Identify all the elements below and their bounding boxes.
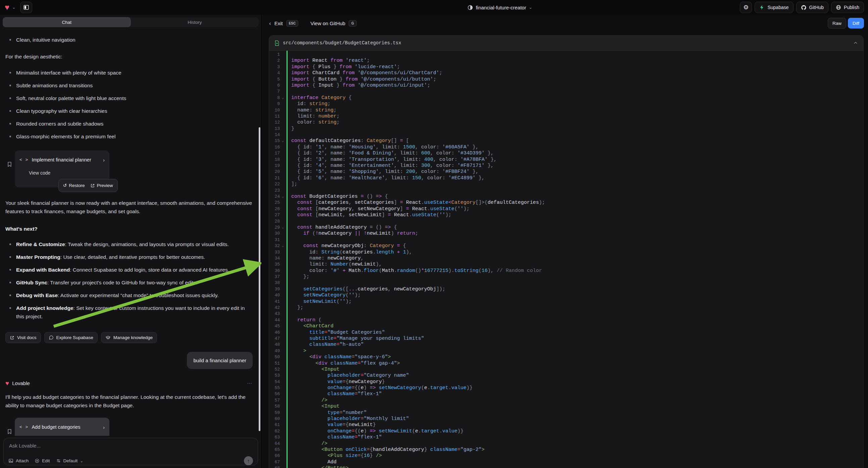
lovable-avatar: ♥: [5, 380, 9, 386]
code-body[interactable]: 12import React from 'react';3import { Pl…: [269, 51, 863, 468]
code-line: 40 setNewCategory('');: [269, 292, 863, 298]
project-chevron-down-icon: ⌄: [529, 5, 532, 9]
file-card: src/components/budget/BudgetCategories.t…: [269, 35, 864, 468]
bullet-item: Clean, intuitive navigation: [9, 36, 253, 44]
code-line: 26 const [newCategory, setNewCategory] =…: [269, 206, 863, 212]
message-menu-icon[interactable]: ⋯: [247, 379, 253, 387]
whats-next-item: Expand with Backend: Connect Supabase to…: [9, 266, 253, 274]
github-button[interactable]: GitHub: [796, 2, 829, 13]
lovable-logo-icon[interactable]: ♥: [5, 3, 9, 11]
panel-toggle-icon: [23, 4, 30, 11]
code-line: 65 <Button onClick={handleAddCategory} c…: [269, 447, 863, 453]
code-header: ‹ Exit ESC View on GitHub G Raw Diff: [262, 15, 868, 32]
explore-supabase-button[interactable]: Explore Supabase: [44, 332, 98, 343]
tab-chat[interactable]: Chat: [3, 17, 131, 27]
view-code-link[interactable]: View code: [29, 169, 105, 177]
chat-scrollbar[interactable]: [259, 127, 260, 431]
code-line: 27 const [newLimit, setNewLimit] = React…: [269, 212, 863, 218]
logo-chevron-down-icon[interactable]: ⌄: [12, 5, 16, 9]
send-button[interactable]: ↑: [244, 456, 253, 465]
code-line: 7: [269, 89, 863, 95]
version-card-2-wrap: < > Add budget categories › View code ↺ …: [15, 418, 116, 436]
preview-external-icon: [90, 183, 95, 188]
code-line: 19 { id: '4', name: 'Entertainment', lim…: [269, 163, 863, 169]
mode-select[interactable]: Default ⌄: [56, 458, 84, 463]
whats-next-item: Debug with Ease: Activate our experiment…: [9, 291, 253, 299]
preview-label: Preview: [97, 181, 113, 190]
code-line: 49 >: [269, 348, 863, 354]
code-line: 58 <Input: [269, 404, 863, 410]
publish-label: Publish: [844, 5, 859, 10]
chat-messages[interactable]: Clean, intuitive navigation For the desi…: [0, 30, 261, 436]
bullet-item: Soft, neutral color palette with light b…: [9, 94, 253, 103]
preview-button[interactable]: Preview: [90, 181, 113, 190]
github-label: GitHub: [809, 5, 824, 10]
code-line: 25 const [categories, setCategories] = R…: [269, 200, 863, 206]
chat-panel: Chat History Clean, intuitive navigation…: [0, 15, 261, 468]
restore-button[interactable]: ↺ Restore: [63, 181, 85, 190]
diff-tab[interactable]: Diff: [848, 18, 864, 29]
whats-next-item: Master Prompting: Use clear, detailed, a…: [9, 253, 253, 261]
bullet-item: Clean typography with clear hierarchies: [9, 107, 253, 115]
manage-knowledge-button[interactable]: Manage knowledge: [101, 332, 157, 343]
publish-globe-icon: [836, 5, 841, 10]
edit-button[interactable]: Edit: [35, 458, 50, 463]
raw-tab[interactable]: Raw: [828, 18, 846, 29]
code-line: 35 limit: Number(newLimit),: [269, 262, 863, 268]
composer-toolbar: Attach Edit Default: [8, 456, 253, 465]
top-bar: ♥ ⌄ financial-future-creator ⌄ ⚙: [0, 0, 868, 15]
file-added-icon: [275, 40, 279, 46]
collapse-chevron-icon[interactable]: [853, 40, 858, 45]
bookmark-icon[interactable]: [7, 429, 12, 435]
version-card-add-budget-categories[interactable]: < > Add budget categories › View code: [15, 418, 110, 436]
design-bullet-list: Minimalist interface with plenty of whit…: [5, 68, 253, 141]
visit-docs-button[interactable]: Visit docs: [5, 332, 41, 343]
project-switcher[interactable]: financial-future-creator ⌄: [260, 5, 740, 10]
restore-icon: ↺: [63, 181, 67, 190]
attach-label: Attach: [16, 458, 29, 463]
code-line: 42 };: [269, 305, 863, 311]
code-line: 66 <Plus size={16} />: [269, 453, 863, 459]
chat-tabbar: Chat History: [3, 17, 259, 27]
code-line: 43: [269, 311, 863, 317]
whats-next-list: Refine & Customize: Tweak the design, an…: [5, 240, 253, 321]
app-window: ♥ ⌄ financial-future-creator ⌄ ⚙: [0, 0, 868, 468]
code-line: 6import { Input } from '@/components/ui/…: [269, 83, 863, 89]
settings-button[interactable]: ⚙: [740, 2, 752, 13]
chat-composer[interactable]: Attach Edit Default: [3, 438, 258, 465]
chat-input[interactable]: [8, 442, 254, 452]
code-line: 38: [269, 280, 863, 286]
attach-image-icon: [8, 458, 13, 463]
chevron-right-icon[interactable]: ›: [103, 156, 105, 164]
assistant-name: Lovable: [12, 379, 30, 387]
user-message: build a financial planner: [187, 352, 253, 369]
topbar-left: ♥ ⌄: [0, 2, 260, 13]
whats-next-item: Refine & Customize: Tweak the design, an…: [9, 240, 253, 248]
attach-button[interactable]: Attach: [8, 458, 29, 463]
back-chevron-icon[interactable]: ‹: [269, 21, 271, 26]
publish-button[interactable]: Publish: [831, 2, 864, 13]
code-line: 12 color: string;: [269, 119, 863, 125]
code-line: 5import { Button } from '@/components/ui…: [269, 77, 863, 83]
code-line: 36 color: '#' + Math.floor(Math.random()…: [269, 268, 863, 274]
explore-supabase-label: Explore Supabase: [56, 333, 93, 342]
bookmark-icon[interactable]: [7, 161, 12, 168]
code-line: 28: [269, 218, 863, 225]
code-line: 3import { Plus } from 'lucide-react';: [269, 64, 863, 70]
code-line: 54 value={newCategory}: [269, 379, 863, 385]
code-line: 61 value={newLimit}: [269, 422, 863, 428]
supabase-button[interactable]: Supabase: [754, 2, 793, 13]
g-key-badge: G: [349, 20, 356, 27]
chevron-right-icon[interactable]: ›: [103, 423, 105, 431]
github-icon: [801, 5, 807, 10]
exit-button[interactable]: Exit: [275, 21, 283, 26]
view-on-github-link[interactable]: View on GitHub: [310, 21, 345, 26]
file-header[interactable]: src/components/budget/BudgetCategories.t…: [269, 36, 863, 51]
ready-paragraph: Your sleek financial planner is now read…: [5, 199, 253, 215]
suggestion-buttons: Visit docs Explore Supabase Manage knowl…: [5, 332, 253, 343]
toggle-sidebar-button[interactable]: [20, 2, 32, 13]
esc-key-badge: ESC: [286, 20, 299, 27]
view-mode-switcher: Raw Diff: [828, 18, 864, 29]
tab-history[interactable]: History: [131, 17, 259, 27]
code-line: 23: [269, 188, 863, 194]
